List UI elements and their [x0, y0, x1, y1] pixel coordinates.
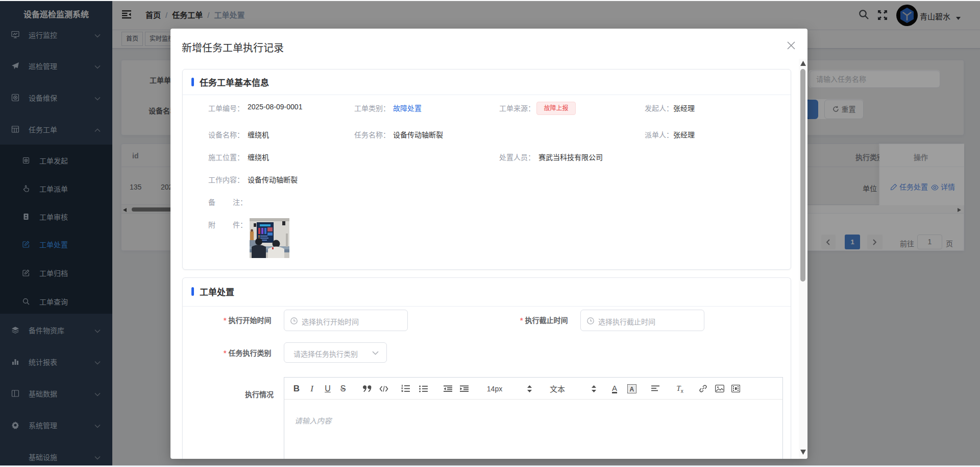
svg-text:A: A [630, 385, 634, 392]
